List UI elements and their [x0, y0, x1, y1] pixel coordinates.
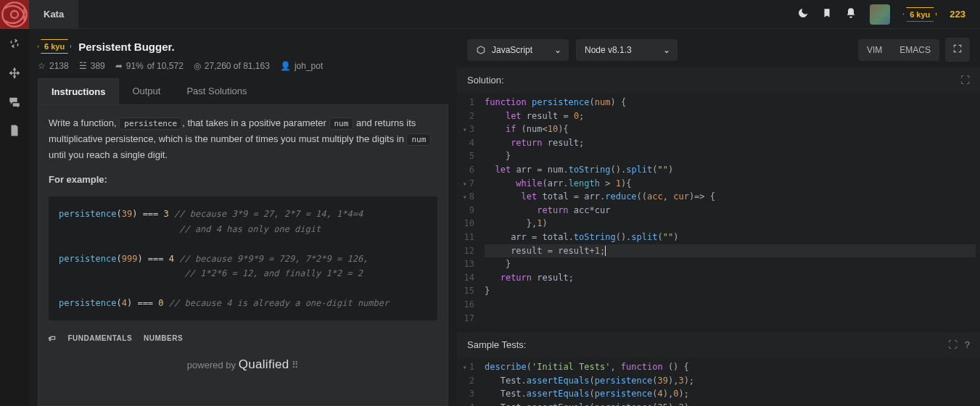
rail-icon-tree[interactable] — [0, 58, 29, 87]
runtime-select[interactable]: Node v8.1.3 ⌄ — [576, 39, 678, 61]
tab-output[interactable]: Output — [119, 78, 173, 104]
help-icon[interactable]: ? — [965, 339, 970, 350]
expand-icon[interactable]: ⛶ — [948, 339, 958, 350]
tag-icon: 🏷 — [49, 332, 57, 344]
user-kyu-badge: 6 kyu — [903, 7, 936, 22]
kata-kyu-badge: 6 kyu — [38, 39, 71, 54]
tests-editor[interactable]: ▾123456 describe('Initial Tests', functi… — [457, 357, 980, 406]
example-code-block: persistence(39) === 3 // because 3*9 = 2… — [49, 196, 437, 320]
bookmark-icon[interactable] — [822, 7, 832, 21]
user-score: 223 — [950, 9, 965, 20]
target-icon: ◎ — [194, 61, 201, 71]
satisfaction-icon: ➦ — [115, 61, 123, 71]
top-tab-kata[interactable]: Kata — [29, 0, 78, 29]
editor-mode-vim[interactable]: VIM — [858, 39, 891, 61]
expand-icon[interactable]: ⛶ — [960, 75, 970, 86]
rail-icon-doc[interactable] — [0, 116, 29, 145]
rail-icon-retry[interactable] — [0, 29, 29, 58]
kata-title: Persistent Bugger. — [78, 41, 175, 53]
tab-instructions[interactable]: Instructions — [38, 78, 119, 104]
avatar[interactable] — [870, 4, 890, 25]
editor-mode-emacs[interactable]: EMACS — [891, 39, 939, 61]
solution-editor[interactable]: 12▾3456▾7▾891011121314151617 function pe… — [457, 93, 980, 328]
app-logo[interactable] — [0, 0, 29, 29]
language-select[interactable]: JavaScript ⌄ — [467, 39, 569, 61]
chevron-down-icon: ⌄ — [554, 45, 561, 55]
tests-header: Sample Tests: ⛶ ? — [457, 332, 980, 357]
kata-stats: ☆2138 ☱389 ➦91% of 10,572 ◎27,260 of 81,… — [38, 61, 448, 71]
fullscreen-icon[interactable] — [945, 38, 970, 62]
svg-point-0 — [11, 11, 18, 18]
user-icon: 👤 — [280, 61, 291, 71]
theme-toggle-icon[interactable] — [797, 7, 809, 21]
notifications-icon[interactable] — [845, 7, 857, 21]
example-label: For example: — [49, 172, 437, 188]
powered-by: powered by Qualified ⠿ — [49, 355, 437, 376]
layers-icon: ☱ — [79, 61, 87, 71]
star-icon: ☆ — [38, 61, 46, 71]
solution-header: Solution: ⛶ — [457, 67, 980, 93]
cube-icon — [476, 45, 486, 55]
rail-icon-chat[interactable] — [0, 87, 29, 116]
tab-past-solutions[interactable]: Past Solutions — [173, 78, 260, 104]
instructions-paragraph: Write a function, persistence, that take… — [49, 115, 437, 163]
tags: 🏷 FUNDAMENTALS NUMBERS — [49, 332, 437, 344]
chevron-down-icon: ⌄ — [663, 45, 670, 55]
